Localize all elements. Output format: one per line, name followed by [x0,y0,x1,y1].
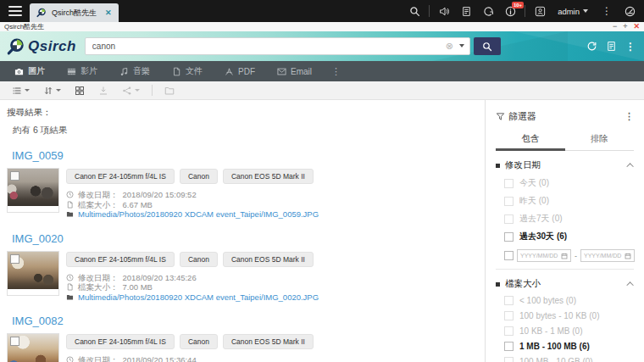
select-checkbox[interactable] [10,254,19,264]
qsirch-logo-icon [36,8,47,18]
search-input[interactable] [85,37,470,55]
result-title-link[interactable]: IMG_0020 [12,232,64,245]
open-folder-button[interactable] [159,84,180,97]
tab-videos[interactable]: 影片 [56,61,108,81]
checkbox[interactable] [504,232,514,242]
chevron-down-icon [25,89,30,92]
checkbox[interactable] [504,357,514,362]
select-checkbox[interactable] [10,337,19,346]
date-to-input[interactable] [584,253,625,259]
notification-badge: 10+ [512,2,524,8]
tag-pill[interactable]: Canon [180,334,218,349]
modified-value: 2018/09/20 15:36:44 [123,355,197,362]
tag-pill[interactable]: Canon [180,169,218,184]
filter-option-10kb-1mb[interactable]: 10 KB - 1 MB (0) [496,326,634,336]
tab-documents[interactable]: 文件 [161,61,214,81]
filter-option-100mb-10gb[interactable]: 100 MB - 10 GB (0) [496,357,634,362]
select-checkbox[interactable] [10,171,19,181]
checkbox[interactable] [504,342,514,351]
section-header[interactable]: 修改日期 [496,159,634,171]
user-icon[interactable] [529,0,551,22]
filter-option-yesterday[interactable]: 昨天 (0) [496,195,634,207]
checkbox[interactable] [504,296,514,305]
admin-menu[interactable]: admin [551,7,595,16]
tab-music[interactable]: 音樂 [108,61,161,81]
date-from-input[interactable] [520,253,561,259]
qsirch-header: Qsirch ⊗ ⋮ [0,31,644,61]
refresh-icon[interactable] [586,41,597,52]
checkbox[interactable] [504,197,514,206]
tag-pill[interactable]: Canon EOS 5D Mark II [223,169,314,184]
tab-email[interactable]: Email [266,61,323,81]
tag-pill[interactable]: Canon EF 24-105mm f/4L IS [66,169,175,184]
maximize-button[interactable]: + [623,23,627,31]
tag-pill[interactable]: Canon EOS 5D Mark II [223,334,314,349]
file-path-row: Multimedia/Photos/20180920 XDCAM event_T… [66,209,319,220]
chevron-down-icon [56,89,61,92]
filter-option-100bytes-10kb[interactable]: 100 bytes - 10 KB (0) [496,311,634,320]
desktop-search-icon[interactable] [403,0,425,22]
checkbox[interactable] [504,326,514,336]
filter-more-icon[interactable]: ⋮ [625,111,634,122]
search-button[interactable] [474,37,501,55]
checkbox[interactable] [504,214,514,224]
minimize-button[interactable]: − [613,23,617,31]
view-mode-button[interactable] [7,84,35,97]
tag-pill[interactable]: Canon EOS 5D Mark II [223,252,314,267]
tag-pill[interactable]: Canon [180,252,218,267]
sort-button[interactable] [38,84,66,97]
close-button[interactable]: ✕ [633,23,640,31]
header-more-icon[interactable]: ⋮ [625,41,636,53]
filter-option-today[interactable]: 今天 (0) [496,177,634,189]
share-button[interactable] [117,84,145,97]
file-path-link[interactable]: Multimedia/Photos/20180920 XDCAM event_T… [78,209,319,220]
square-bullet-icon [496,282,500,287]
chevron-up-icon [626,163,633,170]
camera-icon [14,67,24,76]
filter-option-under-100-bytes[interactable]: < 100 bytes (0) [496,296,634,305]
tab-pdf[interactable]: PDF [214,61,266,81]
window-title: Qsirch酷先生 [4,22,44,31]
result-title-link[interactable]: IMG_0082 [12,315,64,327]
calendar-icon[interactable] [625,253,631,259]
result-thumbnail[interactable] [7,251,59,296]
notification-icon[interactable]: 10+ [499,0,521,22]
result-thumbnail[interactable] [7,333,59,362]
volume-icon[interactable] [433,0,455,22]
thumbnail-size-button[interactable] [69,84,90,97]
tag-pill[interactable]: Canon EF 24-105mm f/4L IS [66,252,175,267]
file-icon [66,201,74,209]
tab-images[interactable]: 圖片 [3,61,56,81]
result-title-link[interactable]: IMG_0059 [12,149,64,162]
file-path-link[interactable]: Multimedia/Photos/20180920 XDCAM event_T… [78,292,319,303]
sync-icon[interactable] [477,0,499,22]
download-button[interactable] [93,84,114,97]
filter-option-past-30-days[interactable]: 過去30天 (6) [496,231,634,242]
tag-pill[interactable]: Canon EF 24-105mm f/4L IS [66,334,175,349]
tab-close-icon[interactable]: ✕ [105,8,112,17]
modified-value: 2018/09/20 13:45:26 [123,273,197,283]
main-menu-icon[interactable] [8,6,22,16]
checkbox[interactable] [504,311,514,320]
filter-option-1mb-100mb[interactable]: 1 MB - 100 MB (6) [496,342,634,351]
clear-search-icon[interactable]: ⊗ [446,40,453,52]
calendar-icon[interactable] [561,253,568,259]
category-more-icon[interactable]: ⋮ [323,66,349,77]
background-task-icon[interactable] [455,0,477,22]
checkbox[interactable] [504,179,514,188]
result-thumbnail[interactable] [7,168,59,213]
app-tab-qsirch[interactable]: Qsirch酷先生 ✕ [30,3,119,22]
modified-value: 2018/09/20 15:09:52 [123,190,197,200]
resource-monitor-icon[interactable] [619,0,641,22]
filter-tab-include[interactable]: 包含 [496,133,565,150]
square-bullet-icon [496,164,500,168]
checkbox[interactable] [504,251,514,260]
feedback-icon[interactable] [606,41,617,52]
filter-tab-exclude[interactable]: 排除 [565,133,635,150]
filter-panel: 篩選器 ⋮ 包含 排除 修改日期 今天 (0) 昨天 (0) 過去7天 (0) … [485,100,644,362]
results-heading: 搜尋結果： [7,107,476,119]
filter-option-past-7-days[interactable]: 過去7天 (0) [496,213,634,225]
more-options-icon[interactable]: ⋮ [595,5,619,17]
section-header[interactable]: 檔案大小 [496,278,634,290]
search-dropdown-icon[interactable] [459,44,464,47]
